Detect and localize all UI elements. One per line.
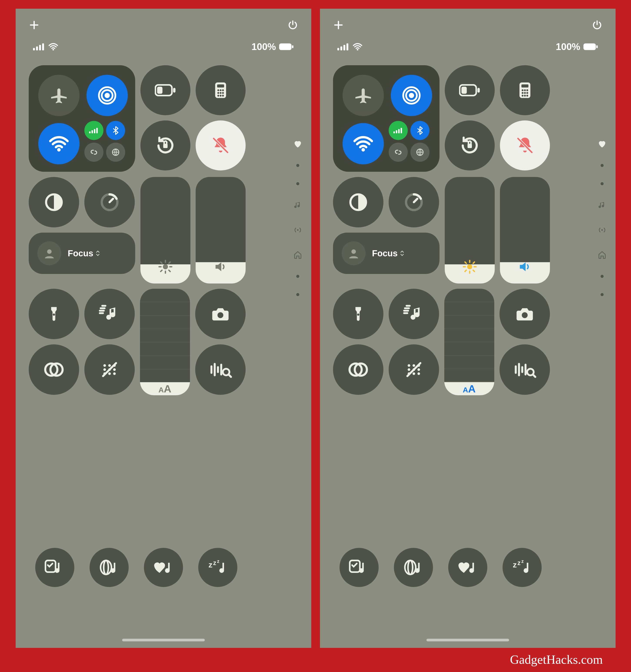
quick-note-music-button[interactable] bbox=[35, 548, 74, 587]
quick-note-music-button[interactable] bbox=[340, 548, 379, 587]
satellite-toggle[interactable] bbox=[410, 143, 430, 162]
svg-rect-81 bbox=[583, 44, 596, 50]
sleep-music-button[interactable]: zzz bbox=[198, 548, 237, 587]
svg-rect-79 bbox=[346, 44, 348, 50]
bluetooth-toggle[interactable] bbox=[106, 121, 125, 140]
volume-slider[interactable] bbox=[196, 177, 246, 284]
sound-recognition-button[interactable] bbox=[500, 344, 550, 395]
connectivity-group[interactable] bbox=[29, 65, 135, 172]
flashlight-button[interactable] bbox=[29, 289, 79, 339]
checklist-music-icon bbox=[348, 558, 370, 577]
add-button[interactable] bbox=[29, 20, 40, 30]
low-power-toggle[interactable] bbox=[445, 65, 495, 115]
overlap-circles-icon bbox=[348, 359, 369, 380]
rotation-lock-toggle[interactable] bbox=[140, 120, 190, 170]
brightness-slider[interactable] bbox=[445, 177, 495, 284]
dots-slash-icon bbox=[100, 360, 119, 379]
sleep-music-button[interactable]: zzz bbox=[503, 548, 542, 587]
home-page-icon bbox=[293, 250, 302, 260]
music-recognition-button[interactable] bbox=[389, 289, 439, 339]
svg-point-45 bbox=[53, 313, 55, 316]
page-indicator[interactable] bbox=[597, 139, 607, 296]
silent-mode-toggle[interactable] bbox=[500, 120, 550, 170]
controls-grid: Focus bbox=[29, 65, 298, 395]
svg-point-62 bbox=[217, 312, 223, 318]
bluetooth-toggle[interactable] bbox=[410, 121, 430, 140]
flashlight-button[interactable] bbox=[333, 289, 383, 339]
svg-point-7 bbox=[104, 93, 110, 98]
timer-button[interactable] bbox=[84, 177, 135, 227]
music-recognition-button[interactable] bbox=[84, 289, 135, 339]
connectivity-expand[interactable] bbox=[389, 121, 430, 162]
dark-mode-toggle[interactable] bbox=[29, 177, 79, 227]
airdrop-toggle[interactable] bbox=[391, 75, 432, 116]
sound-recognition-button[interactable] bbox=[195, 344, 246, 395]
wifi-toggle[interactable] bbox=[343, 123, 384, 164]
airplane-mode-toggle[interactable] bbox=[38, 75, 79, 116]
focus-button[interactable]: Focus bbox=[333, 233, 439, 274]
svg-point-36 bbox=[163, 264, 168, 269]
svg-point-104 bbox=[521, 95, 524, 97]
dark-mode-toggle[interactable] bbox=[333, 177, 383, 227]
svg-rect-82 bbox=[596, 45, 598, 48]
timer-button[interactable] bbox=[389, 177, 439, 227]
silent-mode-toggle[interactable] bbox=[196, 120, 246, 170]
hotspot-toggle[interactable] bbox=[84, 143, 103, 162]
home-indicator[interactable] bbox=[427, 639, 509, 641]
svg-rect-6 bbox=[292, 45, 293, 48]
svg-rect-12 bbox=[92, 130, 93, 133]
add-button[interactable] bbox=[333, 20, 344, 30]
camera-button[interactable] bbox=[195, 289, 246, 339]
airplane-mode-toggle[interactable] bbox=[343, 75, 384, 116]
hotspot-toggle[interactable] bbox=[389, 143, 408, 162]
favorite-music-button[interactable] bbox=[144, 548, 183, 587]
wifi-icon bbox=[353, 133, 374, 154]
wifi-toggle[interactable] bbox=[38, 123, 79, 164]
spatial-audio-button[interactable] bbox=[394, 548, 433, 587]
volume-slider[interactable] bbox=[500, 177, 550, 284]
calculator-button[interactable] bbox=[500, 65, 550, 115]
status-bar: 100% bbox=[333, 41, 603, 52]
satellite-toggle[interactable] bbox=[106, 143, 125, 162]
bluetooth-icon bbox=[111, 126, 120, 135]
top-bar bbox=[333, 20, 603, 30]
control-center-frame-left: 100% bbox=[16, 9, 311, 648]
svg-rect-1 bbox=[36, 47, 38, 50]
waveform-search-icon bbox=[513, 360, 537, 379]
airdrop-toggle[interactable] bbox=[87, 75, 128, 116]
person-icon bbox=[347, 246, 360, 260]
link-icon bbox=[393, 147, 403, 157]
cellular-toggle[interactable] bbox=[389, 121, 408, 140]
spatial-music-icon bbox=[403, 558, 424, 577]
calculator-button[interactable] bbox=[196, 65, 246, 115]
camera-button[interactable] bbox=[500, 289, 550, 339]
home-indicator[interactable] bbox=[122, 639, 205, 641]
page-indicator[interactable] bbox=[293, 139, 302, 296]
accessibility-shortcuts-button[interactable] bbox=[29, 344, 79, 395]
spatial-audio-button[interactable] bbox=[90, 548, 129, 587]
low-power-toggle[interactable] bbox=[140, 65, 190, 115]
text-size-slider[interactable]: AA bbox=[140, 289, 190, 395]
text-size-slider[interactable]: AA bbox=[444, 289, 494, 395]
power-button[interactable] bbox=[592, 20, 603, 30]
live-captions-button[interactable] bbox=[389, 344, 439, 395]
focus-button[interactable]: Focus bbox=[29, 233, 135, 274]
person-icon bbox=[43, 246, 56, 260]
svg-rect-95 bbox=[467, 144, 472, 148]
brightness-slider[interactable] bbox=[140, 177, 190, 284]
connectivity-expand[interactable] bbox=[84, 121, 126, 162]
accessibility-shortcuts-button[interactable] bbox=[333, 344, 383, 395]
power-button[interactable] bbox=[287, 20, 298, 30]
favorite-music-button[interactable] bbox=[448, 548, 487, 587]
live-captions-button[interactable] bbox=[84, 344, 135, 395]
rotation-lock-toggle[interactable] bbox=[445, 120, 495, 170]
focus-avatar bbox=[342, 241, 366, 265]
bluetooth-icon bbox=[415, 126, 425, 135]
svg-rect-94 bbox=[477, 88, 480, 93]
connectivity-group[interactable] bbox=[333, 65, 439, 172]
battery-percent-label: 100% bbox=[556, 41, 580, 52]
wifi-icon bbox=[353, 42, 363, 52]
bottom-shortcuts-row: zzz bbox=[340, 548, 542, 587]
svg-point-30 bbox=[222, 95, 224, 97]
cellular-toggle[interactable] bbox=[84, 121, 103, 140]
